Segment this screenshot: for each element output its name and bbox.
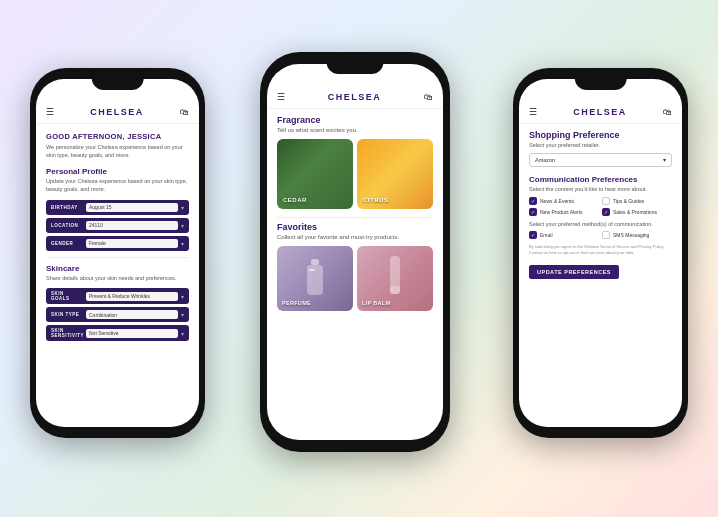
- skincare-title: Skincare: [46, 264, 189, 273]
- retailer-value: Amazon: [535, 157, 555, 163]
- location-arrow: ▾: [181, 222, 184, 229]
- pref-label-0: News & Events: [540, 198, 574, 204]
- bag-icon-center[interactable]: 🛍: [424, 92, 433, 102]
- pref-item-0[interactable]: News & Events: [529, 197, 599, 205]
- divider-1: [46, 257, 189, 258]
- personal-profile-title: Personal Profile: [46, 167, 189, 176]
- phone-left: ☰ CHELSEA 🛍 GOOD AFTERNOON, JESSICA We p…: [30, 68, 205, 438]
- gender-row[interactable]: GENDER Female ▾: [46, 236, 189, 251]
- fragrance-grid: CEDAR CITRUS: [277, 139, 433, 209]
- pref-uncheck-1: [602, 197, 610, 205]
- skin-sensitivity-arrow: ▾: [181, 330, 184, 337]
- perfume-label: PERFUME: [282, 300, 311, 306]
- pref-item-3[interactable]: Sales & Promotions: [602, 208, 672, 216]
- gender-arrow: ▾: [181, 240, 184, 247]
- center-divider: [277, 217, 433, 218]
- shopping-preference-sub: Select your preferred retailer.: [529, 142, 672, 148]
- skin-type-row[interactable]: SKIN TYPE Combination ▾: [46, 307, 189, 322]
- favorite-card-perfume[interactable]: PERFUME: [277, 246, 353, 311]
- retailer-dropdown[interactable]: Amazon ▾: [529, 153, 672, 167]
- method-label-1: SMS Messaging: [613, 232, 649, 238]
- app-title-center: CHELSEA: [328, 92, 382, 102]
- favorites-sub: Collect all your favorite and must-try p…: [277, 234, 433, 240]
- location-row[interactable]: LOCATION 24110 ▾: [46, 218, 189, 233]
- skin-goals-value: Prevent & Reduce Wrinkles: [86, 292, 178, 301]
- pref-check-0: [529, 197, 537, 205]
- skin-sensitivity-label: SKIN SENSITIVITY: [51, 328, 83, 338]
- lipbalm-label: LIP BALM: [362, 300, 390, 306]
- favorites-title: Favorites: [277, 222, 433, 232]
- pref-check-2: [529, 208, 537, 216]
- citrus-label: CITRUS: [363, 197, 388, 203]
- center-content: Fragrance Tell us what scent excites you…: [267, 109, 443, 440]
- skin-goals-label: SKIN GOALS: [51, 291, 83, 301]
- favorite-card-lipbalm[interactable]: LIP BALM: [357, 246, 433, 311]
- location-label: LOCATION: [51, 223, 83, 228]
- birthday-arrow: ▾: [181, 204, 184, 211]
- personal-profile-sub: Update your Chelsea experience based on …: [46, 178, 189, 193]
- right-content: Shopping Preference Select your preferre…: [519, 124, 682, 427]
- fragrance-card-cedar[interactable]: CEDAR: [277, 139, 353, 209]
- methods-grid: Email SMS Messaging: [529, 231, 672, 239]
- pref-label-1: Tips & Guides: [613, 198, 644, 204]
- shopping-preference-title: Shopping Preference: [529, 130, 672, 140]
- cedar-label: CEDAR: [283, 197, 307, 203]
- fragrance-sub: Tell us what scent excites you.: [277, 127, 433, 133]
- svg-rect-2: [309, 269, 315, 271]
- phone-screen-right: ☰ CHELSEA 🛍 Shopping Preference Select y…: [519, 79, 682, 427]
- greeting-sub-text: We personalize your Chelsea experience b…: [46, 144, 189, 159]
- phone-screen-center: ☰ CHELSEA 🛍 Fragrance Tell us what scent…: [267, 64, 443, 440]
- pref-label-2: New Product Alerts: [540, 209, 583, 215]
- birthday-value: August 15: [86, 203, 178, 212]
- comm-preferences-title: Communication Preferences: [529, 175, 672, 184]
- phone-notch-left: [91, 68, 144, 90]
- phone-screen-left: ☰ CHELSEA 🛍 GOOD AFTERNOON, JESSICA We p…: [36, 79, 199, 427]
- location-value: 24110: [86, 221, 178, 230]
- hamburger-icon-center[interactable]: ☰: [277, 92, 285, 102]
- phone-right: ☰ CHELSEA 🛍 Shopping Preference Select y…: [513, 68, 688, 438]
- fragrance-card-citrus[interactable]: CITRUS: [357, 139, 433, 209]
- greeting-text: GOOD AFTERNOON, JESSICA: [46, 132, 189, 141]
- skin-goals-arrow: ▾: [181, 293, 184, 300]
- pref-label-3: Sales & Promotions: [613, 209, 657, 215]
- fine-print-text: By submitting you agree to the Chelsea T…: [529, 244, 672, 255]
- hamburger-icon-right[interactable]: ☰: [529, 107, 537, 117]
- method-item-0[interactable]: Email: [529, 231, 599, 239]
- comm-method-sub: Select your preferred method(s) of commu…: [529, 221, 672, 227]
- method-item-1[interactable]: SMS Messaging: [602, 231, 672, 239]
- bag-icon-right[interactable]: 🛍: [663, 107, 672, 117]
- skin-type-value: Combination: [86, 310, 178, 319]
- favorites-grid: PERFUME LIP BALM: [277, 246, 433, 311]
- app-title-left: CHELSEA: [90, 107, 144, 117]
- preferences-grid: News & Events Tips & Guides New Product …: [529, 197, 672, 216]
- phone-notch-center: [327, 52, 384, 74]
- bag-icon-left[interactable]: 🛍: [180, 107, 189, 117]
- method-uncheck-1: [602, 231, 610, 239]
- left-content: GOOD AFTERNOON, JESSICA We personalize y…: [36, 124, 199, 427]
- comm-preferences-sub: Select the content you'd like to hear mo…: [529, 186, 672, 192]
- gender-value: Female: [86, 239, 178, 248]
- birthday-row[interactable]: BIRTHDAY August 15 ▾: [46, 200, 189, 215]
- pref-check-3: [602, 208, 610, 216]
- phone-center: ☰ CHELSEA 🛍 Fragrance Tell us what scent…: [260, 52, 450, 452]
- skincare-sub: Share details about your skin needs and …: [46, 275, 189, 283]
- svg-rect-4: [390, 286, 400, 294]
- birthday-label: BIRTHDAY: [51, 205, 83, 210]
- method-check-0: [529, 231, 537, 239]
- pref-item-1[interactable]: Tips & Guides: [602, 197, 672, 205]
- skin-type-arrow: ▾: [181, 311, 184, 318]
- skin-sensitivity-row[interactable]: SKIN SENSITIVITY Not Sensitive ▾: [46, 325, 189, 341]
- skin-goals-row[interactable]: SKIN GOALS Prevent & Reduce Wrinkles ▾: [46, 288, 189, 304]
- fragrance-title: Fragrance: [277, 115, 433, 125]
- app-title-right: CHELSEA: [573, 107, 627, 117]
- hamburger-icon-left[interactable]: ☰: [46, 107, 54, 117]
- gender-label: GENDER: [51, 241, 83, 246]
- pref-item-2[interactable]: New Product Alerts: [529, 208, 599, 216]
- update-preferences-button[interactable]: UPDATE PREFERENCES: [529, 265, 619, 279]
- phone-notch-right: [574, 68, 627, 90]
- method-label-0: Email: [540, 232, 553, 238]
- skin-sensitivity-value: Not Sensitive: [86, 329, 178, 338]
- skin-type-label: SKIN TYPE: [51, 312, 83, 317]
- svg-rect-0: [311, 259, 319, 265]
- dropdown-arrow-icon: ▾: [663, 157, 666, 163]
